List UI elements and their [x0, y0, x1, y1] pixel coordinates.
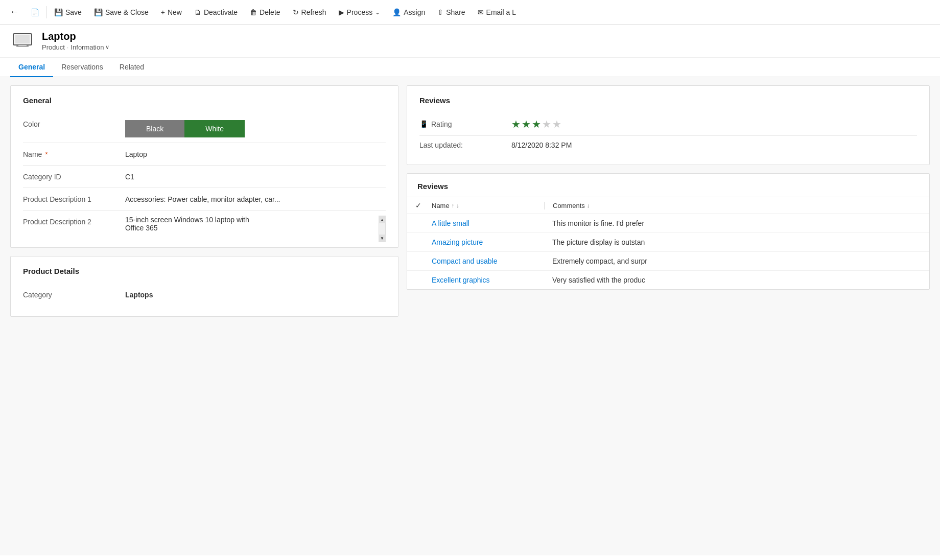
color-white-button[interactable]: White: [184, 120, 245, 137]
breadcrumb-product: Product: [42, 43, 65, 51]
email-button[interactable]: ✉ Email a L: [472, 0, 522, 24]
tab-general-label: General: [18, 63, 45, 71]
share-icon: ⇧: [437, 8, 443, 16]
rating-icon: 📱: [419, 120, 428, 128]
assign-button[interactable]: 👤 Assign: [386, 0, 431, 24]
product-desc1-label: Product Description 1: [23, 193, 125, 203]
breadcrumb-chevron-icon: ∨: [105, 44, 109, 51]
product-desc1-field: Product Description 1 Accessories: Power…: [23, 188, 386, 211]
category-id-value: C1: [125, 171, 386, 181]
product-desc2-scrollbar[interactable]: ▲ ▼: [379, 216, 386, 242]
stars-display: ★ ★ ★ ★ ★: [511, 118, 917, 130]
new-button[interactable]: + New: [155, 0, 188, 24]
process-icon: ▶: [339, 8, 344, 16]
table-row: Amazing picture The picture display is o…: [407, 233, 929, 252]
share-button[interactable]: ⇧ Share: [431, 0, 471, 24]
deactivate-button[interactable]: 🗎 Deactivate: [188, 0, 244, 24]
comments-sort-icon[interactable]: ↓: [587, 202, 590, 208]
save-close-button[interactable]: 💾 Save & Close: [88, 0, 155, 24]
name-required-asterisk: *: [45, 150, 48, 158]
product-desc2-field: Product Description 2 15-inch screen Win…: [23, 211, 386, 237]
breadcrumb-info-label: Information: [70, 43, 104, 51]
new-label: New: [168, 8, 182, 16]
delete-icon: 🗑: [250, 8, 257, 16]
save-label: Save: [65, 8, 82, 16]
name-sort-asc-icon[interactable]: ↑: [452, 202, 455, 208]
new-icon: +: [161, 8, 165, 16]
category-field: Category Laptops: [23, 284, 386, 306]
breadcrumb: Product · Information ∨: [42, 43, 109, 51]
reviews-info-content: 📱 Rating ★ ★ ★ ★ ★ L: [419, 113, 917, 154]
doc-icon: 📄: [31, 8, 39, 16]
product-desc1-value: Accessories: Power cable, monitor adapte…: [125, 193, 386, 203]
toolbar-divider-1: [46, 6, 47, 18]
product-desc2-value-container: 15-inch screen Windows 10 laptop with Of…: [125, 216, 386, 232]
save-icon: 💾: [54, 8, 63, 16]
col-name-header: Name ↑ ↓: [432, 202, 544, 209]
rating-stars-container: ★ ★ ★ ★ ★: [511, 118, 917, 130]
color-toggle: Black White: [125, 120, 386, 137]
scroll-up-arrow[interactable]: ▲: [379, 216, 386, 223]
share-label: Share: [446, 8, 465, 16]
tab-related[interactable]: Related: [111, 58, 152, 77]
row-name-1[interactable]: A little small: [432, 219, 544, 227]
back-button[interactable]: ←: [4, 0, 25, 24]
delete-label: Delete: [260, 8, 280, 16]
save-button[interactable]: 💾 Save: [48, 0, 88, 24]
breadcrumb-info-dropdown[interactable]: Information ∨: [70, 43, 109, 51]
row-comment-1: This monitor is fine. I'd prefer: [544, 219, 921, 227]
row-comment-4: Very satisfied with the produc: [544, 276, 921, 284]
rating-row: 📱 Rating ★ ★ ★ ★ ★: [419, 113, 917, 136]
color-label: Color: [23, 118, 125, 128]
last-updated-row: Last updated: 8/12/2020 8:32 PM: [419, 136, 917, 154]
refresh-label: Refresh: [301, 8, 326, 16]
row-name-4[interactable]: Excellent graphics: [432, 276, 544, 284]
assign-label: Assign: [404, 8, 425, 16]
reviews-info-card: Reviews 📱 Rating ★ ★ ★ ★ ★: [407, 85, 930, 165]
page-title: Laptop: [42, 31, 109, 42]
col-comments-label: Comments: [553, 202, 585, 209]
color-field: Color Black White: [23, 113, 386, 143]
last-updated-value: 8/12/2020 8:32 PM: [511, 141, 917, 149]
category-id-field: Category ID C1: [23, 166, 386, 188]
star-3: ★: [532, 118, 541, 130]
product-desc2-label: Product Description 2: [23, 216, 125, 226]
tab-related-label: Related: [120, 63, 144, 71]
row-name-3[interactable]: Compact and usable: [432, 257, 544, 265]
general-card: General Color Black White Name * Laptop: [10, 85, 398, 248]
row-name-2[interactable]: Amazing picture: [432, 238, 544, 246]
table-row: Compact and usable Extremely compact, an…: [407, 252, 929, 271]
header-check-icon: ✓: [415, 201, 421, 209]
delete-button[interactable]: 🗑 Delete: [244, 0, 286, 24]
reviews-info-title: Reviews: [419, 96, 917, 105]
star-5: ★: [552, 118, 561, 130]
process-button[interactable]: ▶ Process ⌄: [333, 0, 387, 24]
name-sort-desc-icon[interactable]: ↓: [456, 202, 459, 208]
right-column: Reviews 📱 Rating ★ ★ ★ ★ ★: [407, 85, 930, 547]
tab-reservations-label: Reservations: [61, 63, 103, 71]
doc-icon-button[interactable]: 📄: [25, 0, 45, 24]
row-comment-2: The picture display is outstan: [544, 238, 921, 246]
rating-label: Rating: [431, 120, 452, 128]
process-dropdown-icon: ⌄: [375, 9, 380, 16]
header-text: Laptop Product · Information ∨: [42, 31, 109, 51]
left-column: General Color Black White Name * Laptop: [10, 85, 398, 547]
tabs: General Reservations Related: [0, 58, 940, 77]
color-black-button[interactable]: Black: [125, 120, 184, 137]
table-row: Excellent graphics Very satisfied with t…: [407, 271, 929, 289]
name-value: Laptop: [125, 148, 386, 158]
refresh-button[interactable]: ↻ Refresh: [287, 0, 333, 24]
product-desc2-line1: 15-inch screen Windows 10 laptop with: [125, 216, 386, 224]
scroll-down-arrow[interactable]: ▼: [379, 235, 386, 242]
star-2: ★: [522, 118, 531, 130]
tab-reservations[interactable]: Reservations: [53, 58, 111, 77]
tab-general[interactable]: General: [10, 58, 53, 77]
name-field: Name * Laptop: [23, 143, 386, 166]
product-details-title: Product Details: [23, 267, 386, 275]
table-check-header: ✓: [415, 201, 432, 209]
table-header: ✓ Name ↑ ↓ Comments ↓: [407, 197, 929, 214]
last-updated-label: Last updated:: [419, 141, 511, 149]
save-close-icon: 💾: [94, 8, 103, 16]
svg-rect-3: [18, 45, 27, 46]
product-desc2-line2: Office 365: [125, 224, 386, 232]
